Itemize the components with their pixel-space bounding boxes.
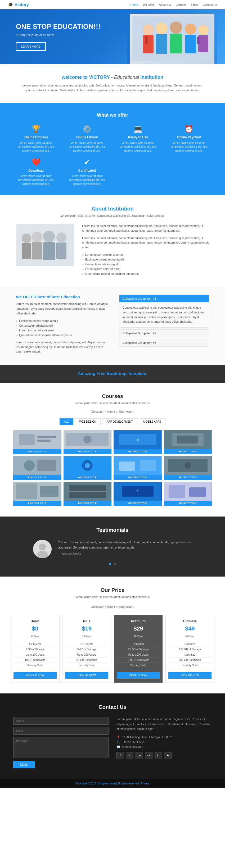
- dot-2[interactable]: [114, 563, 116, 565]
- offer-cert-text: Lorem ipsum dolor sit amet, consectetur …: [64, 174, 110, 186]
- contact-phone: 📞 Th: 202-554-5520: [116, 740, 212, 744]
- contact-message-input[interactable]: [13, 737, 109, 758]
- svg-rect-6: [170, 34, 182, 54]
- svg-point-18: [43, 230, 55, 242]
- logo-text: Victory: [15, 2, 29, 7]
- ready-icon: 💻: [115, 125, 161, 133]
- signup-basic[interactable]: SIGN UP NOW: [13, 672, 57, 679]
- course-card[interactable]: PROJECT TITLE: [164, 482, 212, 506]
- nav-links: Home Wii Offer About Us Courses Price Co…: [130, 3, 217, 6]
- course-card[interactable]: PROJECT TITLE: [63, 482, 112, 506]
- hero-section: ONE STOP EDUCATION!!! Lorem ipsum dolor …: [0, 9, 225, 64]
- nav-logo[interactable]: 🎓 Victory: [8, 2, 29, 7]
- svg-point-40: [85, 463, 90, 468]
- navbar: 🎓 Victory Home Wii Offer About Us Course…: [0, 0, 225, 9]
- svg-point-7: [185, 24, 196, 35]
- social-google[interactable]: g+: [136, 752, 143, 759]
- edu-list-item: Lorem ipsum dolor sit amet: [16, 328, 111, 333]
- contact-send-button[interactable]: SEND: [13, 761, 35, 768]
- social-twitter[interactable]: t: [126, 752, 133, 759]
- course-card[interactable]: PROJECT TITLE: [164, 430, 212, 454]
- contact-form: SEND: [13, 717, 109, 768]
- social-linkedin[interactable]: in: [154, 752, 162, 759]
- logo-icon: 🎓: [8, 2, 13, 7]
- feature: 10 GB Bandwidth: [13, 657, 57, 663]
- course-card[interactable]: PROJECT TITLE: [114, 456, 162, 480]
- edu-text1: Lorem ipsum dolor sit amet, consectetur …: [16, 302, 111, 316]
- social-skype[interactable]: sk: [145, 752, 152, 759]
- education-section: We OFFER best of best Education Lorem ip…: [0, 287, 225, 365]
- contact-name-input[interactable]: [13, 717, 109, 725]
- course-card[interactable]: PROJECT TITLE: [164, 456, 212, 480]
- svg-rect-57: [169, 485, 185, 498]
- nav-price[interactable]: Price: [191, 3, 198, 6]
- signup-plus[interactable]: SIGN UP NOW: [65, 672, 108, 679]
- price-subtitle1: Lorem ipsum dolor sit amet laudantium mo…: [10, 595, 215, 598]
- offer-ready-title: Ready to Use: [115, 135, 161, 139]
- contact-inner: SEND Lorem ipsum dolor sit amet, nam sed…: [13, 717, 212, 768]
- collapse-body-1: Consectetur adipiscing elit, consectetur…: [119, 302, 209, 327]
- feature: Security Suite: [65, 663, 108, 668]
- contact-email-input[interactable]: [13, 727, 109, 735]
- edu-list-item: Explicabo dolenti reque atquill: [16, 318, 111, 323]
- nav-courses[interactable]: Courses: [176, 3, 187, 6]
- signup-premium[interactable]: SIGN UP NOW: [117, 672, 160, 679]
- course-card[interactable]: PROJECT TITLE: [13, 456, 61, 480]
- svg-rect-4: [156, 34, 167, 54]
- payment-icon: ⏰: [166, 125, 212, 133]
- svg-rect-34: [177, 436, 198, 443]
- feature: 100 GB Bandwidth: [117, 657, 160, 663]
- cta-banner: Amazing Free Bootstrap Template.: [0, 365, 225, 383]
- svg-rect-11: [145, 36, 148, 44]
- course-card[interactable]: PROJECT TITLE: [63, 430, 112, 454]
- signup-ultimate[interactable]: SIGN UP NOW: [168, 672, 212, 679]
- testimonial-content: " Lorem ipsum dolor sit amet, consectetu…: [33, 540, 192, 558]
- dot-1[interactable]: [109, 563, 111, 565]
- collapse-group-1: Collapsible Group Item #1 Consectetur ad…: [119, 294, 209, 328]
- collapse-header-1[interactable]: Collapsible Group Item #1: [119, 295, 209, 302]
- course-label: PROJECT TITLE: [164, 449, 212, 454]
- courses-section: Courses Lorem ipsum dolor sit amet lauda…: [0, 383, 225, 517]
- course-card[interactable]: PROJECT TITLE: [63, 456, 112, 480]
- offer-grid: 🏆 Online Courses Lorem ipsum dolor sit a…: [13, 125, 212, 186]
- testimonials-heading: Testimonials: [21, 527, 204, 533]
- nav-contact[interactable]: Contact Us: [203, 3, 217, 6]
- about-image: [16, 224, 74, 266]
- nav-offer[interactable]: Wii Offer: [143, 3, 154, 6]
- svg-point-46: [185, 462, 191, 469]
- feature: Up to 1000 Users: [117, 652, 160, 657]
- offer-library-text: Lorem ipsum dolor sit amet, consectetur …: [64, 141, 110, 153]
- nav-about[interactable]: About Us: [159, 3, 171, 6]
- nav-home[interactable]: Home: [130, 3, 138, 6]
- tab-all[interactable]: ALL: [60, 418, 73, 425]
- social-facebook[interactable]: f: [116, 752, 124, 759]
- edu-left: We OFFER best of best Education Lorem ip…: [16, 294, 111, 357]
- contact-section: Contact Us SEND Lorem ipsum dolor sit am…: [0, 693, 225, 779]
- collapse-header-2[interactable]: Collapsible Group Item #2: [119, 330, 209, 337]
- collapse-header-3[interactable]: Collapsible Group Item #3: [119, 339, 209, 346]
- tab-web[interactable]: WEB DESIGN: [75, 418, 101, 425]
- svg-point-20: [56, 232, 66, 243]
- learn-more-button[interactable]: LEARN MORE: [16, 42, 46, 51]
- social-youtube[interactable]: ▶: [164, 752, 171, 759]
- edu-list-item: Quo ratione molest quibusdam temportue: [16, 333, 111, 338]
- course-card[interactable]: PROJECT TITLE: [13, 482, 61, 506]
- offer-ready-text: Lorem ipsum dolor sit amet, consectetur …: [115, 141, 161, 153]
- svg-point-9: [198, 25, 208, 35]
- about-text-2: Lorem ipsum dolor sit amet, consectetur …: [82, 236, 209, 250]
- course-card[interactable]: PROJECT TITLE: [13, 430, 61, 454]
- course-label: PROJECT TITLE: [13, 449, 61, 454]
- welcome-text: Lorem ipsum dolor sit amet, consectetur …: [21, 83, 204, 93]
- feature: 10 Projects: [65, 642, 108, 647]
- course-label: PROJECT TITLE: [114, 449, 162, 454]
- offer-item-download: ❤️ Download Lorem ipsum dolor sit amet, …: [13, 158, 59, 186]
- tab-app[interactable]: APP DEVELOPMENT: [102, 418, 137, 425]
- course-thumb: [114, 456, 162, 475]
- cta-text: Amazing Free Bootstrap Template.: [7, 371, 218, 376]
- tab-mobile[interactable]: MOBILE APPS: [139, 418, 166, 425]
- edu-text2: Lorem ipsum dolor sit amet, consectetur …: [16, 340, 111, 354]
- course-card[interactable]: ✦ PROJECT TITLE: [114, 482, 162, 506]
- course-card[interactable]: ● PROJECT TITLE: [114, 430, 162, 454]
- feature: 25 GB Bandwidth: [65, 657, 108, 663]
- hero-image: [127, 11, 217, 64]
